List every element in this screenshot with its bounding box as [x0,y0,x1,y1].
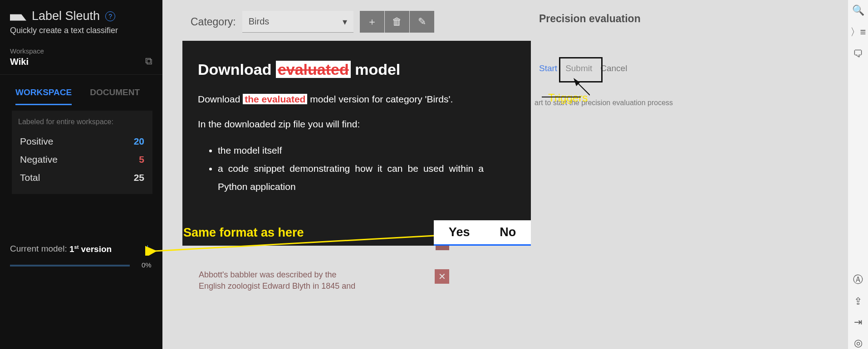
modal-p2: In the downloaded zip file you will find… [198,117,515,132]
download-model-icon[interactable]: ⭳ [143,244,152,254]
target-icon[interactable]: ◎ [854,337,863,349]
model-prefix: Current model: [10,244,69,254]
workspace-switch-icon[interactable]: ⧉ [145,55,152,67]
model-progress-bar [10,265,130,267]
annotation-triggers-label: Triggers [548,92,588,104]
app-title: Label Sleuth [32,9,100,23]
share-icon[interactable]: ⇪ [854,296,862,307]
logo-icon [10,12,26,21]
model-version-num: 1 [69,244,74,254]
comment-icon[interactable]: 🗨 [853,48,863,60]
modal-p1: Download the evaluated model version for… [198,92,515,107]
sidebar-tabs: WORKSPACE DOCUMENT [0,75,162,105]
stat-total-label: Total [20,172,40,183]
modal-li2: a code snippet demonstrating how it can … [218,160,515,196]
stat-negative-label: Negative [20,154,58,165]
stat-total-value: 25 [134,172,144,183]
export-icon[interactable]: ⇥ [854,316,862,328]
no-button[interactable]: No [500,225,516,239]
modal-list: the model itself a code snippet demonstr… [218,141,515,196]
model-ord: st [74,244,79,249]
stat-positive-label: Positive [20,136,54,147]
tab-document[interactable]: DOCUMENT [90,87,140,105]
stats-heading: Labeled for entire workspace: [18,118,146,126]
annotation-same-format-label: Same format as here [183,226,304,240]
help-icon[interactable]: ? [105,11,115,21]
search-icon[interactable]: 🔍 [852,5,864,16]
stats-box: Labeled for entire workspace: Positive 2… [12,111,152,194]
modal-title: Download evaluated model [198,61,515,78]
yes-button[interactable]: Yes [449,225,470,239]
right-toolbar: 🔍 〉≡ 🗨 Ⓐ ⇪ ⇥ ◎ [848,0,868,349]
modal-li1: the model itself [218,141,515,160]
sidebar: Label Sleuth ? Quickly create a text cla… [0,0,162,349]
modal-buttons: Yes No [434,220,531,246]
app-tagline: Quickly create a text classifier [0,26,162,44]
recommend-icon[interactable]: 〉≡ [850,25,866,39]
stat-positive-value: 20 [134,136,144,147]
download-model-dialog: Download evaluated model Download the ev… [182,41,531,246]
workspace-label: Workspace [10,47,44,55]
model-progress-pct: 0% [142,261,152,269]
model-suffix: version [78,244,112,254]
workspace-row: Workspace Wiki ⧉ [0,44,162,75]
annotation-submit-box [559,57,603,82]
app-header: Label Sleuth ? [0,0,162,26]
tab-workspace[interactable]: WORKSPACE [15,87,72,105]
font-icon[interactable]: Ⓐ [853,273,863,286]
stat-negative-value: 5 [139,154,144,165]
current-model-row: Current model: 1st version ⭳ [10,244,152,254]
workspace-name: Wiki [10,57,44,67]
